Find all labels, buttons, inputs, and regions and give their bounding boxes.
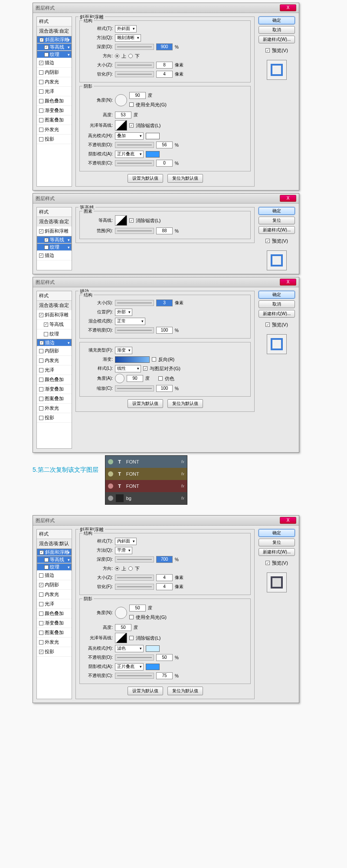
reset-default-button[interactable]: 复位为默认值 <box>167 174 203 183</box>
style-outerglow[interactable]: 外发光 <box>37 125 72 135</box>
checkbox[interactable] <box>39 80 43 84</box>
altitude-input[interactable]: 50 <box>115 624 131 631</box>
style-innershadow[interactable]: 内阴影 <box>37 68 72 77</box>
style-coloroverlay[interactable]: 颜色叠加 <box>37 96 72 106</box>
checkbox[interactable] <box>44 45 49 49</box>
contour-picker[interactable] <box>115 215 127 226</box>
gloss-contour[interactable] <box>115 633 127 643</box>
angle-widget[interactable] <box>115 374 124 383</box>
style-select[interactable]: 外斜面 <box>115 25 137 33</box>
style-gradientoverlay[interactable]: 渐变叠加 <box>37 106 72 115</box>
soften-slider[interactable] <box>115 71 154 77</box>
size-input[interactable]: 8 <box>156 62 173 69</box>
style-innerglow[interactable]: 内发光 <box>37 77 72 87</box>
size-slider[interactable] <box>115 575 154 581</box>
layer-row[interactable]: TFONTfx <box>105 456 187 468</box>
layer-row[interactable]: TFONTfx <box>105 480 187 492</box>
style-stroke[interactable]: 描边 <box>37 339 72 346</box>
set-default-button[interactable]: 设置为默认值 <box>128 687 163 695</box>
reset-button[interactable]: 复位 <box>259 539 295 546</box>
style-stroke[interactable]: 描边 <box>37 251 72 260</box>
style-bevel[interactable]: 斜面和浮雕 <box>37 549 72 556</box>
checkbox[interactable] <box>39 61 43 65</box>
style-texture-sub[interactable]: 纹理 <box>37 51 72 58</box>
set-default-button[interactable]: 设置为默认值 <box>128 174 163 183</box>
checkbox[interactable] <box>39 137 43 141</box>
altitude-input[interactable]: 53 <box>115 112 131 118</box>
angle-widget[interactable] <box>115 94 127 106</box>
soften-slider[interactable] <box>115 584 154 590</box>
technique-select[interactable]: 雕刻清晰 <box>115 34 141 42</box>
size-input[interactable]: 4 <box>156 574 173 581</box>
antialias-checkbox[interactable] <box>129 636 134 640</box>
new-style-button[interactable]: 新建样式(W)... <box>259 36 295 43</box>
scale-input[interactable]: 100 <box>156 385 173 392</box>
style-bevel[interactable]: 斜面和浮雕 <box>37 36 72 43</box>
angle-widget[interactable] <box>115 607 127 619</box>
dir-up-radio[interactable] <box>115 54 119 58</box>
depth-input[interactable]: 900 <box>156 43 173 50</box>
close-icon[interactable]: X <box>280 4 296 11</box>
new-style-button[interactable]: 新建样式(W)... <box>259 226 295 234</box>
fill-type-select[interactable]: 渐变 <box>115 347 132 354</box>
dir-up-radio[interactable] <box>115 566 119 571</box>
close-icon[interactable]: X <box>280 517 296 524</box>
highlight-opacity-slider[interactable] <box>115 654 154 661</box>
shadow-opacity-slider[interactable] <box>115 160 154 166</box>
highlight-color[interactable] <box>146 133 160 139</box>
ok-button[interactable]: 确定 <box>259 529 295 537</box>
highlight-color[interactable] <box>146 645 160 652</box>
highlight-opacity-input[interactable]: 56 <box>156 141 173 148</box>
ok-button[interactable]: 确定 <box>259 291 295 299</box>
checkbox[interactable] <box>39 70 43 75</box>
reset-default-button[interactable]: 复位为默认值 <box>167 399 203 408</box>
new-style-button[interactable]: 新建样式(W)... <box>259 548 295 556</box>
checkbox[interactable] <box>39 89 43 94</box>
shadow-mode-select[interactable]: 正片叠底 <box>115 151 144 158</box>
layer-row[interactable]: bgfx <box>105 492 187 504</box>
shadow-opacity-input[interactable]: 0 <box>156 160 173 167</box>
depth-slider[interactable] <box>115 556 154 562</box>
close-icon[interactable]: X <box>280 279 296 286</box>
style-contour-sub[interactable]: 等高线 <box>37 236 72 243</box>
angle-input[interactable]: 90 <box>129 92 146 99</box>
global-light-checkbox[interactable] <box>129 615 134 619</box>
style-bevel[interactable]: 斜面和浮雕 <box>37 310 72 320</box>
dither-checkbox[interactable] <box>158 376 163 381</box>
shadow-color[interactable] <box>146 664 160 670</box>
style-stroke[interactable]: 描边 <box>37 58 72 68</box>
ok-button[interactable]: 确定 <box>259 207 295 215</box>
reset-button[interactable]: 复位 <box>259 217 295 224</box>
opacity-slider[interactable] <box>115 327 154 333</box>
visibility-icon[interactable] <box>108 496 113 501</box>
dir-down-radio[interactable] <box>128 54 133 58</box>
reset-default-button[interactable]: 复位为默认值 <box>167 687 203 695</box>
align-checkbox[interactable] <box>143 366 147 371</box>
angle-input[interactable]: 90 <box>127 375 143 382</box>
shadow-mode-select[interactable]: 正片叠底 <box>115 663 144 671</box>
gradient-picker[interactable] <box>115 356 150 363</box>
checkbox[interactable] <box>39 118 43 122</box>
blend-mode-select[interactable]: 正常 <box>115 318 145 325</box>
soften-input[interactable]: 4 <box>156 583 173 590</box>
depth-slider[interactable] <box>115 44 154 50</box>
range-input[interactable]: 88 <box>156 227 173 234</box>
style-select[interactable]: 内斜面 <box>115 538 137 545</box>
visibility-icon[interactable] <box>108 483 113 489</box>
opacity-input[interactable]: 100 <box>156 327 173 334</box>
style-dropshadow[interactable]: 投影 <box>37 135 72 144</box>
titlebar[interactable]: 图层样式 X <box>33 3 299 13</box>
checkbox[interactable] <box>39 99 43 103</box>
scale-slider[interactable] <box>115 385 154 391</box>
reverse-checkbox[interactable] <box>152 357 156 362</box>
set-default-button[interactable]: 设置为默认值 <box>128 399 163 408</box>
antialias-checkbox[interactable] <box>129 123 134 128</box>
checkbox[interactable] <box>39 108 43 113</box>
highlight-opacity-input[interactable]: 50 <box>156 654 173 661</box>
checkbox[interactable] <box>39 128 43 132</box>
size-input[interactable]: 3 <box>156 299 173 306</box>
shadow-opacity-input[interactable]: 75 <box>156 672 173 679</box>
preview-checkbox[interactable] <box>265 48 270 53</box>
ok-button[interactable]: 确定 <box>259 16 295 24</box>
technique-select[interactable]: 平滑 <box>115 547 132 554</box>
